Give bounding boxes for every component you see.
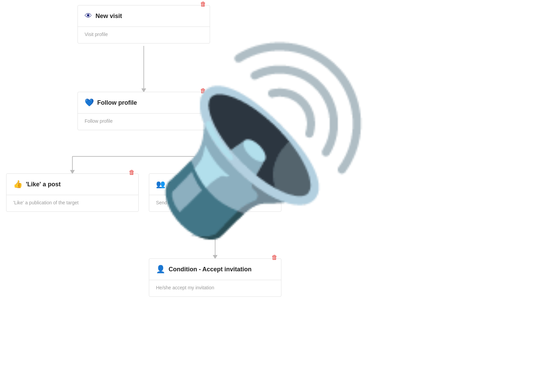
eye-icon: 👁 <box>85 12 92 20</box>
condition-accept-description: He/she accept my invitation <box>156 285 214 290</box>
follow-profile-body: Follow profile <box>78 114 210 130</box>
new-visit-description: Visit profile <box>85 32 108 37</box>
connection-request-header: 👥 Connection request <box>149 174 281 195</box>
condition-accept-body: He/she accept my invitation <box>149 280 281 296</box>
connection-request-node[interactable]: 🗑 👥 Connection request Send network conn… <box>149 173 281 212</box>
like-post-header: 👍 'Like' a post <box>6 174 138 195</box>
new-visit-node[interactable]: 🗑 👁 New visit Visit profile <box>77 5 210 44</box>
thumbs-up-icon: 👍 <box>13 180 22 189</box>
condition-accept-header: 👤 Condition - Accept invitation <box>149 259 281 280</box>
connection-request-title: Connection request <box>169 181 226 188</box>
follow-profile-description: Follow profile <box>85 118 112 124</box>
connection-request-delete-button[interactable]: 🗑 <box>272 169 278 176</box>
connection-request-body: Send network connection <box>149 195 281 211</box>
follow-profile-title: Follow profile <box>97 99 137 106</box>
like-post-body: 'Like' a publication of the target <box>6 195 138 211</box>
new-visit-delete-button[interactable]: 🗑 <box>200 1 206 8</box>
connection-request-description: Send network connection <box>156 200 209 205</box>
workflow-canvas: 🔊 🗑 👁 New visit Visit profile <box>0 0 556 392</box>
condition-accept-delete-button[interactable]: 🗑 <box>272 254 278 261</box>
people-icon: 👥 <box>156 180 165 189</box>
like-post-title: 'Like' a post <box>26 181 61 188</box>
like-post-description: 'Like' a publication of the target <box>13 200 79 205</box>
follow-profile-delete-button[interactable]: 🗑 <box>200 87 206 95</box>
follow-profile-header: 💙 Follow profile <box>78 92 210 114</box>
person-check-icon: 👤 <box>156 265 165 274</box>
heart-icon: 💙 <box>85 98 94 107</box>
like-post-node[interactable]: 🗑 👍 'Like' a post 'Like' a publication o… <box>6 173 139 212</box>
like-post-delete-button[interactable]: 🗑 <box>129 169 135 176</box>
follow-profile-node[interactable]: 🗑 💙 Follow profile Follow profile <box>77 92 210 130</box>
new-visit-body: Visit profile <box>78 27 210 43</box>
new-visit-title: New visit <box>95 13 122 20</box>
condition-accept-node[interactable]: 🗑 👤 Condition - Accept invitation He/she… <box>149 258 281 297</box>
condition-accept-title: Condition - Accept invitation <box>169 266 251 273</box>
new-visit-header: 👁 New visit <box>78 5 210 27</box>
